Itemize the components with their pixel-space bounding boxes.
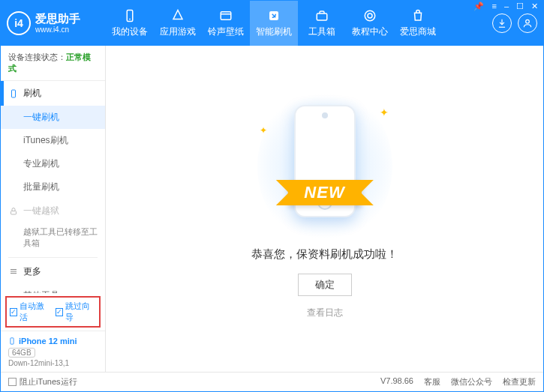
view-log-link[interactable]: 查看日志 bbox=[307, 307, 343, 319]
footer: 阻止iTunes运行 V7.98.66 客服 微信公众号 检查更新 bbox=[1, 372, 543, 391]
minimize-icon[interactable]: – bbox=[503, 1, 510, 11]
confirm-button[interactable]: 确定 bbox=[298, 274, 352, 296]
highlighted-checkboxes: ✓自动激活 ✓跳过向导 bbox=[5, 296, 101, 328]
sidebar-item-batch-flash[interactable]: 批量刷机 bbox=[1, 175, 105, 199]
phone-small-icon bbox=[8, 89, 19, 98]
sidebar-item-other-tools[interactable]: 其他工具 bbox=[1, 284, 105, 293]
main-tabs: 我的设备 应用游戏 铃声壁纸 智能刷机 工具箱 教程中心 bbox=[106, 1, 492, 46]
svg-point-6 bbox=[368, 13, 372, 18]
tab-toolbox[interactable]: 工具箱 bbox=[298, 1, 346, 46]
device-panel[interactable]: iPhone 12 mini 64GB Down-12mini-13,1 bbox=[1, 331, 105, 372]
pin-icon[interactable]: 📌 bbox=[472, 1, 485, 11]
new-ribbon: NEW bbox=[287, 180, 361, 205]
device-name: iPhone 12 mini bbox=[8, 336, 98, 346]
lock-icon bbox=[8, 207, 19, 216]
version-label: V7.98.66 bbox=[380, 376, 413, 388]
success-message: 恭喜您，保资料刷机成功啦！ bbox=[251, 247, 398, 262]
jailbreak-note: 越狱工具已转移至工具箱 bbox=[1, 223, 105, 256]
svg-rect-9 bbox=[11, 211, 17, 214]
svg-point-7 bbox=[526, 19, 530, 23]
checkbox-skip-guide[interactable]: ✓跳过向导 bbox=[56, 301, 97, 323]
user-button[interactable] bbox=[518, 13, 537, 33]
toolbox-icon bbox=[314, 8, 329, 23]
close-icon[interactable]: ✕ bbox=[530, 1, 539, 11]
svg-rect-4 bbox=[317, 13, 327, 20]
tab-tutorials[interactable]: 教程中心 bbox=[346, 1, 394, 46]
svg-point-5 bbox=[365, 10, 375, 21]
tab-ringtones[interactable]: 铃声壁纸 bbox=[202, 1, 250, 46]
checkbox-block-itunes[interactable]: 阻止iTunes运行 bbox=[8, 376, 77, 388]
flash-icon bbox=[266, 8, 281, 23]
connection-status: 设备连接状态：正常模式 bbox=[1, 46, 105, 81]
window-controls: 📌 ≡ – ☐ ✕ bbox=[472, 1, 539, 11]
check-update-link[interactable]: 检查更新 bbox=[503, 376, 536, 388]
tab-my-device[interactable]: 我的设备 bbox=[106, 1, 154, 46]
device-download-info: Down-12mini-13,1 bbox=[8, 359, 98, 367]
sidebar-item-itunes-flash[interactable]: iTunes刷机 bbox=[1, 129, 105, 152]
wechat-link[interactable]: 微信公众号 bbox=[451, 376, 492, 388]
apps-icon bbox=[170, 8, 185, 23]
header: i4 爱思助手 www.i4.cn 我的设备 应用游戏 铃声壁纸 智能刷机 bbox=[1, 1, 543, 46]
main-content: ✦ ✦ NEW 恭喜您，保资料刷机成功啦！ 确定 查看日志 bbox=[106, 46, 543, 372]
sidebar-group-more[interactable]: 更多 bbox=[1, 259, 105, 284]
store-icon bbox=[410, 8, 425, 23]
wallpaper-icon bbox=[218, 8, 233, 23]
customer-service-link[interactable]: 客服 bbox=[424, 376, 440, 388]
logo-icon: i4 bbox=[7, 11, 31, 35]
sidebar-group-flash[interactable]: 刷机 bbox=[1, 81, 105, 106]
list-icon bbox=[8, 267, 19, 276]
download-button[interactable] bbox=[492, 13, 512, 33]
sidebar-group-jailbreak[interactable]: 一键越狱 bbox=[1, 199, 105, 223]
sparkle-icon: ✦ bbox=[380, 106, 389, 118]
sidebar-item-pro-flash[interactable]: 专业刷机 bbox=[1, 152, 105, 175]
tutorial-icon bbox=[362, 8, 377, 23]
app-url: www.i4.cn bbox=[35, 25, 80, 34]
tab-store[interactable]: 爱思商城 bbox=[394, 1, 442, 46]
svg-rect-13 bbox=[11, 338, 14, 344]
sparkle-icon: ✦ bbox=[260, 125, 267, 136]
tab-apps[interactable]: 应用游戏 bbox=[154, 1, 202, 46]
tab-flash[interactable]: 智能刷机 bbox=[250, 1, 298, 46]
svg-rect-8 bbox=[12, 90, 16, 97]
phone-icon bbox=[122, 8, 137, 23]
menu-icon[interactable]: ≡ bbox=[490, 1, 497, 11]
logo[interactable]: i4 爱思助手 www.i4.cn bbox=[7, 11, 106, 35]
success-illustration: ✦ ✦ NEW bbox=[269, 99, 381, 234]
app-title: 爱思助手 bbox=[35, 13, 80, 25]
svg-rect-2 bbox=[221, 12, 231, 20]
maximize-icon[interactable]: ☐ bbox=[515, 1, 525, 11]
sidebar: 设备连接状态：正常模式 刷机 一键刷机 iTunes刷机 专业刷机 批量刷机 bbox=[1, 46, 106, 372]
device-capacity: 64GB bbox=[8, 348, 35, 358]
sidebar-item-oneclick-flash[interactable]: 一键刷机 bbox=[1, 106, 105, 129]
checkbox-auto-activate[interactable]: ✓自动激活 bbox=[10, 301, 51, 323]
